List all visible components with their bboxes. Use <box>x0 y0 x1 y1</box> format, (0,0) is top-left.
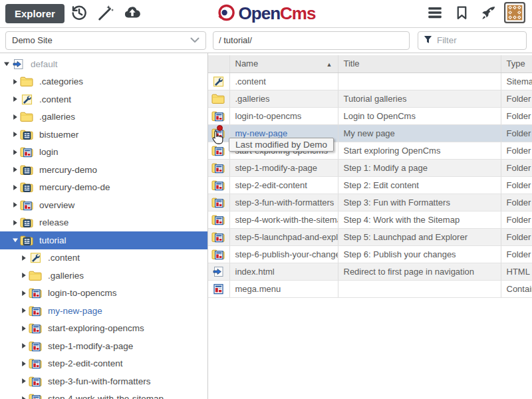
tree-item-step-2-edit-content[interactable]: step-2-edit-content <box>0 355 207 373</box>
folder-page-icon[interactable] <box>208 176 229 194</box>
cell-title[interactable] <box>338 72 501 90</box>
table-row-login-to-opencms[interactable]: login-to-opencmsLogin to OpenCmsFolder <box>208 107 532 124</box>
table-row-step-6-publish-your-changes[interactable]: step-6-publish-your-changesStep 6: Publi… <box>208 245 532 263</box>
tree-item-my-new-page[interactable]: my-new-page <box>0 302 207 320</box>
filter-input[interactable] <box>437 33 510 49</box>
cell-name[interactable]: step-4-work-with-the-sitemap <box>229 211 338 228</box>
chevron-right-icon[interactable] <box>11 96 19 102</box>
folder-page-icon[interactable] <box>208 228 229 245</box>
chevron-right-icon[interactable] <box>20 255 27 261</box>
cell-type[interactable]: Folder <box>501 90 532 107</box>
folder-page-icon[interactable] <box>208 159 229 176</box>
chevron-right-icon[interactable] <box>20 360 27 367</box>
tree-item-content[interactable]: .content <box>0 249 207 267</box>
cell-name[interactable]: .content <box>229 72 338 90</box>
cell-title[interactable]: Step 6: Publish your changes <box>338 245 501 263</box>
cell-type[interactable]: Folder <box>501 107 532 124</box>
menu-button[interactable] <box>423 3 447 25</box>
upload-button[interactable] <box>120 3 144 25</box>
chevron-right-icon[interactable] <box>11 78 19 85</box>
table-row-indexhtml[interactable]: index.htmlRedirect to first page in navi… <box>208 263 532 280</box>
tree-item-tutorial[interactable]: tutorial <box>0 231 207 249</box>
cell-name[interactable]: step-5-launchpad-and-explorer <box>229 228 338 245</box>
chevron-right-icon[interactable] <box>11 166 19 173</box>
chevron-right-icon[interactable] <box>20 396 27 399</box>
page-container-icon[interactable] <box>208 280 229 297</box>
cell-title[interactable]: My new page <box>338 124 501 142</box>
table-row-megamenu[interactable]: mega.menuContainer page <box>208 280 532 297</box>
cell-name[interactable]: .galleries <box>229 90 338 107</box>
tree-item-step-4-work-with-the-sitemap[interactable]: step-4-work-with-the-sitemap <box>0 390 207 399</box>
rocket-button[interactable] <box>476 3 500 25</box>
chevron-right-icon[interactable] <box>11 131 19 138</box>
cell-title[interactable]: Start exploring OpenCms <box>338 142 501 159</box>
tree-item-default[interactable]: default <box>0 55 207 73</box>
tree-item-overview[interactable]: overview <box>0 196 207 214</box>
cell-type[interactable]: Folder <box>501 194 532 211</box>
filter-box[interactable] <box>418 31 527 50</box>
cell-name[interactable]: step-2-edit-content <box>229 176 338 194</box>
table-row-step-3-fun-with-formatters[interactable]: step-3-fun-with-formattersStep 3: Fun wi… <box>208 194 532 211</box>
cell-title[interactable]: Step 3: Fun with Formatters <box>338 194 501 211</box>
tree-item-step-1-modify-a-page[interactable]: step-1-modify-a-page <box>0 337 207 355</box>
chevron-right-icon[interactable] <box>20 325 27 332</box>
cell-type[interactable]: Folder <box>501 142 532 159</box>
chevron-down-icon[interactable] <box>11 237 19 243</box>
tree-item-bistuemer[interactable]: bistuemer <box>0 126 207 144</box>
cell-title[interactable]: Step 5: Launchpad and Explorer <box>338 228 501 245</box>
chevron-right-icon[interactable] <box>11 219 19 226</box>
tree-item-login-to-opencms[interactable]: login-to-opencms <box>0 285 207 303</box>
chevron-right-icon[interactable] <box>11 184 19 191</box>
cell-type[interactable]: Sitemap configuration folder <box>501 72 532 90</box>
cell-type[interactable]: Folder <box>501 159 532 176</box>
folder-page-icon[interactable] <box>208 107 229 124</box>
tree-item-start-exploring-opencms[interactable]: start-exploring-opencms <box>0 320 207 338</box>
table-row-step-2-edit-content[interactable]: step-2-edit-contentStep 2: Edit contentF… <box>208 176 532 194</box>
page-wrench-icon[interactable] <box>208 72 229 90</box>
explorer-app-button[interactable]: Explorer <box>5 4 65 23</box>
column-header-type[interactable]: Type <box>501 55 532 72</box>
folder-icon[interactable] <box>208 90 229 107</box>
cell-type[interactable]: HTML Redirect <box>501 263 532 280</box>
column-header-name[interactable]: Name ▲ <box>229 55 338 72</box>
site-select[interactable]: Demo Site <box>5 31 206 50</box>
tree-item-step-3-fun-with-formatters[interactable]: step-3-fun-with-formatters <box>0 372 207 390</box>
column-header-icon[interactable] <box>208 55 229 72</box>
path-input[interactable] <box>213 31 410 50</box>
cell-type[interactable]: Folder <box>501 245 532 263</box>
chevron-right-icon[interactable] <box>20 272 27 279</box>
chevron-right-icon[interactable] <box>11 201 19 208</box>
folder-page-icon[interactable] <box>208 142 229 159</box>
table-row-galleries[interactable]: .galleriesTutorial galleriesFolder <box>208 90 532 107</box>
cell-name[interactable]: step-1-modify-a-page <box>229 159 338 176</box>
chevron-right-icon[interactable] <box>20 290 27 297</box>
tree-item-mercury-demo-de[interactable]: mercury-demo-de <box>0 179 207 197</box>
cell-title[interactable]: Tutorial galleries <box>338 90 501 107</box>
user-avatar-button[interactable] <box>503 3 527 25</box>
chevron-right-icon[interactable] <box>11 114 19 120</box>
cell-type[interactable]: Folder <box>501 228 532 245</box>
table-row-step-4-work-with-the-sitemap[interactable]: step-4-work-with-the-sitemapStep 4: Work… <box>208 211 532 228</box>
cell-type[interactable]: Folder <box>501 176 532 194</box>
tree-item-mercury-demo[interactable]: mercury-demo <box>0 161 207 179</box>
chevron-right-icon[interactable] <box>20 378 27 384</box>
cell-title[interactable]: Step 2: Edit content <box>338 176 501 194</box>
tree-item-release[interactable]: release <box>0 214 207 232</box>
cell-title[interactable]: Login to OpenCms <box>338 107 501 124</box>
tree-item-login[interactable]: login <box>0 144 207 162</box>
cell-name[interactable]: login-to-opencms <box>229 107 338 124</box>
cell-name[interactable]: step-3-fun-with-formatters <box>229 194 338 211</box>
chevron-right-icon[interactable] <box>11 149 19 156</box>
folder-page-icon[interactable] <box>208 194 229 211</box>
table-row-step-1-modify-a-page[interactable]: step-1-modify-a-pageStep 1: Modify a pag… <box>208 159 532 176</box>
folder-page-icon[interactable] <box>208 245 229 263</box>
cell-title[interactable]: Step 1: Modify a page <box>338 159 501 176</box>
tree-item-content[interactable]: .content <box>0 90 207 108</box>
chevron-down-icon[interactable] <box>3 61 10 66</box>
cell-type[interactable]: Folder <box>501 124 532 142</box>
bookmark-button[interactable] <box>450 3 473 25</box>
cell-name[interactable]: index.html <box>229 263 338 280</box>
cell-name[interactable]: mega.menu <box>229 280 338 297</box>
cell-type[interactable]: Folder <box>501 211 532 228</box>
cell-name[interactable]: step-6-publish-your-changes <box>229 245 338 263</box>
